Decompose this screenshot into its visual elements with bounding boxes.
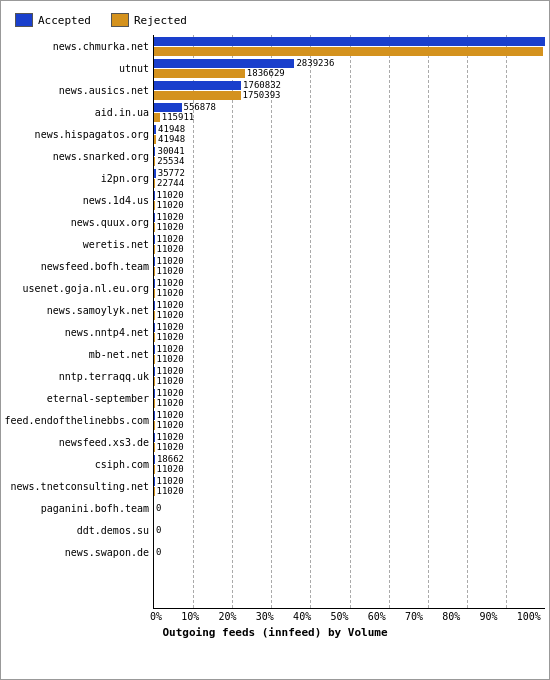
x-axis-label: 80% (442, 611, 460, 622)
row-label: utnut (5, 57, 153, 79)
accepted-value: 556878 (184, 102, 217, 112)
row-bars: 3577222744 (154, 167, 545, 189)
accepted-value: 41948 (158, 124, 185, 134)
rejected-value: 11020 (157, 200, 184, 210)
row-bars: 0 (154, 497, 545, 519)
row-bars: 1102011020 (154, 475, 545, 497)
rejected-bar-segment (154, 267, 155, 276)
rejected-value: 11020 (157, 332, 184, 342)
rejected-bar-segment (154, 47, 543, 56)
rejected-value: 11020 (157, 420, 184, 430)
accepted-bar-segment (154, 257, 155, 266)
rejected-value: 11020 (157, 354, 184, 364)
row-label: news.ausics.net (5, 79, 153, 101)
row-bars: 1102011020 (154, 233, 545, 255)
accepted-value: 11020 (157, 388, 184, 398)
row-label: usenet.goja.nl.eu.org (5, 277, 153, 299)
row-label: paganini.bofh.team (5, 497, 153, 519)
accepted-bar-line: 11020 (154, 278, 545, 288)
accepted-bar-segment (154, 279, 155, 288)
accepted-value: 11020 (157, 212, 184, 222)
zero-bar-line: 0 (154, 525, 545, 535)
accepted-bar-segment (154, 59, 294, 68)
accepted-bar-line: 11020 (154, 366, 545, 376)
row-bars: 556878115911 (154, 101, 545, 123)
rejected-bar-line: 1836629 (154, 68, 545, 78)
accepted-value: 11020 (157, 190, 184, 200)
row-label: news.tnetconsulting.net (5, 475, 153, 497)
rejected-bar-line: 11020 (154, 288, 545, 298)
rejected-bar-segment (154, 157, 155, 166)
legend-accepted: Accepted (15, 13, 91, 27)
rejected-bar-line: 11020 (154, 420, 545, 430)
rejected-bar-line: 1750393 (154, 90, 545, 100)
row-bars: 1102011020 (154, 365, 545, 387)
accepted-bar-line: 1760832 (154, 80, 545, 90)
accepted-value: 35772 (158, 168, 185, 178)
accepted-bar-line: 11020 (154, 432, 545, 442)
x-axis-label: 50% (330, 611, 348, 622)
legend-accepted-box (15, 13, 33, 27)
rejected-value: 11020 (157, 442, 184, 452)
accepted-bar-segment (154, 235, 155, 244)
row-bars: 0 (154, 541, 545, 563)
accepted-bar-line: 11020 (154, 234, 545, 244)
accepted-value: 30041 (157, 146, 184, 156)
row-label: news.snarked.org (5, 145, 153, 167)
row-label: aid.in.ua (5, 101, 153, 123)
x-axis-label: 40% (293, 611, 311, 622)
accepted-bar-line: 11020 (154, 212, 545, 222)
x-axis-label: 0% (150, 611, 162, 622)
row-bars: 4194841948 (154, 123, 545, 145)
row-bars: 1102011020 (154, 211, 545, 233)
rejected-bar-line: 11020 (154, 398, 545, 408)
accepted-bar-line: 7907064 (154, 36, 545, 46)
row-label: eternal-september (5, 387, 153, 409)
row-label: news.hispagatos.org (5, 123, 153, 145)
rejected-value: 1750393 (243, 90, 281, 100)
rejected-bar-segment (154, 245, 155, 254)
accepted-value: 11020 (157, 432, 184, 442)
row-bars: 1102011020 (154, 387, 545, 409)
accepted-bar-line: 2839236 (154, 58, 545, 68)
x-axis-label: 60% (368, 611, 386, 622)
accepted-bar-line: 11020 (154, 300, 545, 310)
accepted-value: 11020 (157, 476, 184, 486)
row-label: nntp.terraqq.uk (5, 365, 153, 387)
bars-column: 7907064786541328392361836629176083217503… (153, 35, 545, 609)
row-bars: 17608321750393 (154, 79, 545, 101)
legend-accepted-label: Accepted (38, 14, 91, 27)
rejected-bar-line: 7865413 (154, 46, 545, 56)
row-label: i2pn.org (5, 167, 153, 189)
zero-value: 0 (156, 547, 161, 557)
accepted-bar-segment (154, 37, 545, 46)
rejected-bar-line: 11020 (154, 244, 545, 254)
row-label: news.samoylyk.net (5, 299, 153, 321)
legend: Accepted Rejected (5, 9, 545, 35)
zero-value: 0 (156, 525, 161, 535)
rejected-value: 1836629 (247, 68, 285, 78)
rejected-value: 115911 (162, 112, 195, 122)
accepted-value: 18662 (157, 454, 184, 464)
rejected-bar-segment (154, 223, 155, 232)
accepted-bar-segment (154, 301, 155, 310)
row-label: mb-net.net (5, 343, 153, 365)
row-label: news.nntp4.net (5, 321, 153, 343)
accepted-value: 11020 (157, 256, 184, 266)
row-label: ddt.demos.su (5, 519, 153, 541)
rejected-bar-segment (154, 135, 156, 144)
accepted-bar-line: 556878 (154, 102, 545, 112)
accepted-bar-segment (154, 125, 156, 134)
rejected-bar-line: 22744 (154, 178, 545, 188)
rejected-bar-segment (154, 69, 245, 78)
x-axis-label: 90% (480, 611, 498, 622)
accepted-value: 2839236 (296, 58, 334, 68)
rejected-bar-segment (154, 421, 155, 430)
accepted-value: 11020 (157, 322, 184, 332)
row-bars: 1102011020 (154, 255, 545, 277)
x-axis-label: 10% (181, 611, 199, 622)
row-label: csiph.com (5, 453, 153, 475)
rejected-bar-segment (154, 377, 155, 386)
rejected-bar-segment (154, 465, 155, 474)
accepted-value: 11020 (157, 410, 184, 420)
